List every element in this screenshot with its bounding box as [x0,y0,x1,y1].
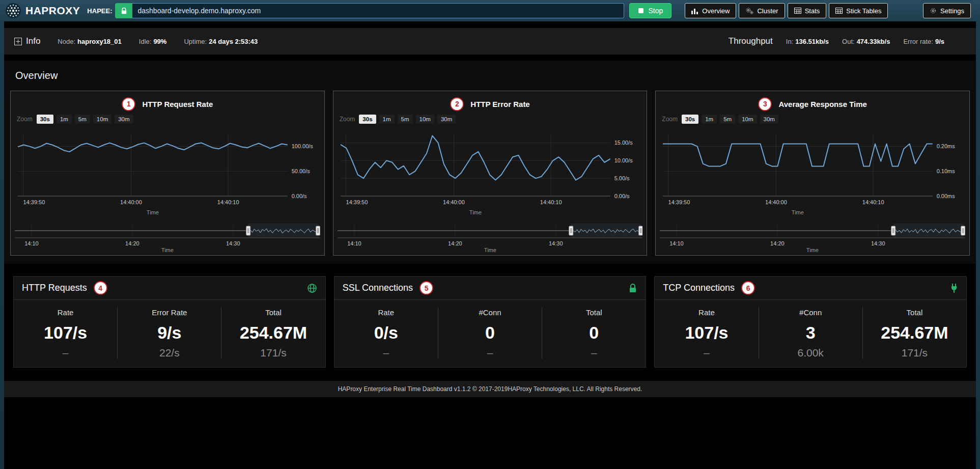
x-tick-label: 14:40:10 [217,199,239,205]
stat-rate: Rate 0/s – [334,307,438,359]
ssl-lock-addon [115,3,132,18]
card-header: TCP Connections 6 [655,277,966,300]
gear-icon [930,7,937,14]
zoom-button-10m[interactable]: 10m [416,115,434,124]
panel-badge: 2 [450,97,464,111]
zoom-button-5m[interactable]: 5m [75,115,90,124]
info-bar: Info Node:haproxy18_01 Idle:99% Uptime:2… [4,28,976,54]
zoom-button-10m[interactable]: 10m [738,115,757,124]
stop-button[interactable]: Stop [629,3,671,18]
zoom-button-30m[interactable]: 30m [760,115,778,124]
avg-response-time-chart: 0.00ms0.10ms0.20ms14:39:5014:40:0014:40:… [660,129,965,219]
stop-button-label: Stop [648,7,663,15]
brand-name: HAPROXY [25,5,80,17]
navigator-tick-label: 14:10 [24,240,38,246]
table-icon [835,8,843,14]
http-request-rate-panel: 1 HTTP Request Rate Zoom30s1m5m10m30m 0.… [10,91,325,256]
throughput-in: In:136.51kb/s [786,38,829,45]
avg-response-time-panel: 3 Average Response Time Zoom30s1m5m10m30… [655,91,970,256]
chart-navigator[interactable]: 14:1014:2014:30Time [660,223,965,253]
nav-button-cluster[interactable]: Cluster [739,3,785,18]
card-title: SSL Connections [343,283,413,293]
zoom-controls: Zoom30s1m5m10m30m [340,114,643,125]
navigator-tick-label: 14:10 [670,240,684,246]
stop-icon [638,8,644,14]
throughput-group: Throughput In:136.51kb/s Out:474.33kb/s … [729,36,966,46]
panel-title: Average Response Time [778,100,866,108]
zoom-label: Zoom [17,116,33,123]
zoom-button-30s[interactable]: 30s [37,115,53,124]
panel-header: 2 HTTP Error Rate [338,94,643,114]
x-axis-title: Time [469,209,482,215]
nav-label-overview: Overview [702,7,730,15]
hapee-label: HAPEE: [87,7,112,15]
y-tick-label: 0.00/s [614,193,629,199]
y-tick-label: 50.00/s [292,168,311,174]
panel-title: HTTP Error Rate [470,100,529,108]
section-title: Overview [15,70,970,81]
nav-button-stick-tables[interactable]: Stick Tables [829,3,888,18]
stat-conn: #Conn 3 6.00k [759,307,863,359]
nav-label-cluster: Cluster [757,7,778,15]
x-tick-label: 14:40:10 [540,199,562,205]
card-title: HTTP Requests [22,283,87,293]
zoom-button-1m[interactable]: 1m [57,115,72,124]
navigator-handle[interactable] [316,226,320,235]
y-tick-label: 0.00ms [937,193,956,199]
x-tick-label: 14:39:50 [23,199,45,205]
panel-title: HTTP Request Rate [142,100,213,108]
expand-icon [14,38,22,45]
nav-button-stats[interactable]: Stats [788,3,827,18]
zoom-button-5m[interactable]: 5m [720,115,735,124]
x-tick-label: 14:40:00 [765,199,787,205]
zoom-button-30s[interactable]: 30s [682,115,698,124]
navigator-tick-label: 14:20 [448,240,462,246]
card-badge: 4 [94,281,107,295]
navigator-tick-label: 14:20 [770,240,784,246]
uptime-field: Uptime:24 days 2:53:43 [184,38,258,45]
http-request-rate-chart: 0.00/s50.00/s100.00/s14:39:5014:40:0014:… [15,129,320,219]
navigator-handle[interactable] [961,226,965,235]
zoom-button-30m[interactable]: 30m [437,115,456,124]
x-tick-label: 14:40:10 [862,199,884,205]
http-requests-card: HTTP Requests 4 Rate 107/s – Error Rate … [13,276,326,368]
panel-badge: 1 [122,97,135,111]
navigator-tick-label: 14:20 [125,240,139,246]
throughput-out: Out:474.33kb/s [842,38,890,45]
zoom-button-10m[interactable]: 10m [93,115,111,124]
stat-cards-row: HTTP Requests 4 Rate 107/s – Error Rate … [13,276,967,368]
zoom-button-1m[interactable]: 1m [702,115,717,124]
navigator-handle[interactable] [638,226,642,235]
idle-field: Idle:99% [139,38,167,45]
chart-navigator[interactable]: 14:1014:2014:30Time [15,223,320,253]
y-tick-label: 0.00/s [292,193,307,199]
http-error-rate-panel: 2 HTTP Error Rate Zoom30s1m5m10m30m 0.00… [333,91,648,256]
info-left: Info Node:haproxy18_01 Idle:99% Uptime:2… [14,36,258,46]
zoom-button-5m[interactable]: 5m [398,115,413,124]
chart-navigator[interactable]: 14:1014:2014:30Time [338,223,643,253]
throughput-title: Throughput [729,36,773,46]
panel-badge: 3 [758,97,772,111]
zoom-label: Zoom [340,116,355,123]
nav-button-overview[interactable]: Overview [685,3,736,18]
card-header: SSL Connections 5 [334,277,646,300]
stat-total: Total 254.67M 171/s [221,307,325,359]
info-expand-toggle[interactable]: Info [14,36,40,46]
zoom-button-30m[interactable]: 30m [115,115,133,124]
zoom-button-1m[interactable]: 1m [379,115,395,124]
navigator-handle[interactable] [569,226,573,235]
navigator-handle[interactable] [246,226,250,235]
series-line [341,136,610,180]
navigator-tick-label: 14:30 [871,240,885,246]
x-axis-title: Time [147,209,159,215]
settings-button[interactable]: Settings [923,3,971,18]
navigator-tick-label: 14:10 [347,240,361,246]
series-line [18,143,288,152]
zoom-button-30s[interactable]: 30s [359,115,376,124]
navigator-axis-title: Time [161,247,174,253]
url-input[interactable] [132,3,624,18]
card-body: Rate 0/s – #Conn 0 – Total 0 – [334,300,646,367]
navigator-handle[interactable] [891,226,895,235]
y-tick-label: 0.10ms [937,168,956,174]
tcp-connections-card: TCP Connections 6 Rate 107/s – [654,276,967,368]
